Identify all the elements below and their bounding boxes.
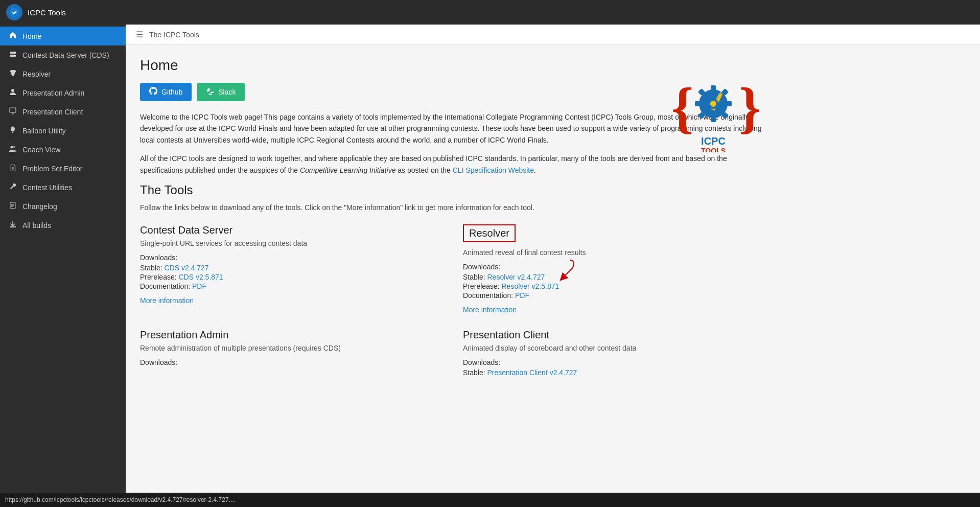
svg-point-3 [14, 52, 15, 53]
content-header-title: The ICPC Tools [149, 31, 199, 39]
intro2-mid: as posted on the [395, 166, 452, 174]
cds-doc-line: Documentation: PDF [140, 282, 442, 290]
content-area: ☰ The ICPC Tools { } [126, 25, 980, 493]
sidebar-item-balloon-utility[interactable]: Balloon Utility [0, 121, 126, 140]
presentation-client-title: Presentation Client [463, 329, 765, 341]
presentation-admin-description: Remote administration of multiple presen… [140, 344, 442, 352]
cds-stable-line: Stable: CDS v2.4.727 [140, 264, 442, 272]
presentation-client-description: Animated display of scoreboard and other… [463, 344, 765, 352]
resolver-stable-line: Stable: Resolver v2.4.727 [463, 273, 765, 281]
presentation-client-stable-link[interactable]: Presentation Client v2.4.727 [487, 368, 577, 377]
sidebar-label-problem-set-editor: Problem Set Editor [22, 165, 83, 173]
coach-view-icon [8, 145, 17, 154]
main-layout: Home Contest Data Server (CDS) Resolver … [0, 25, 980, 493]
svg-text:}: } [739, 77, 759, 139]
cds-prerelease-link[interactable]: CDS v2.5.871 [178, 273, 223, 281]
topbar: ICPC Tools [0, 0, 980, 25]
sidebar-label-presentation-client: Presentation Client [22, 108, 83, 116]
sidebar-label-all-builds: All builds [22, 221, 51, 229]
resolver-highlight-box: Resolver [463, 224, 516, 242]
intro2-post: . [534, 166, 536, 174]
arrow-annotation [534, 258, 575, 285]
cds-stable-link[interactable]: CDS v2.4.727 [164, 264, 208, 272]
svg-rect-30 [211, 91, 214, 93]
slack-label: Slack [218, 88, 236, 96]
presentation-client-downloads-label: Downloads: [463, 358, 765, 366]
resolver-doc-link[interactable]: PDF [515, 291, 529, 299]
tool-card-resolver: Resolver Animated reveal of final contes… [463, 224, 765, 314]
tool-card-cds: Contest Data Server Single-point URL ser… [140, 224, 442, 314]
github-button[interactable]: Github [140, 83, 192, 101]
resolver-downloads-label: Downloads: [463, 263, 765, 271]
presentation-admin-downloads-label: Downloads: [140, 358, 442, 366]
sidebar-item-contest-utilities[interactable]: Contest Utilities [0, 178, 126, 197]
cds-description: Single-point URL services for accessing … [140, 239, 442, 247]
changelog-icon [8, 202, 17, 211]
sidebar-item-coach-view[interactable]: Coach View [0, 140, 126, 159]
svg-point-9 [13, 146, 15, 148]
sidebar-label-changelog: Changelog [22, 202, 57, 211]
intro2-italic: Competitive Learning Initiative [300, 166, 396, 174]
svg-rect-17 [695, 101, 701, 106]
sidebar-item-presentation-client[interactable]: Presentation Client [0, 102, 126, 121]
svg-point-8 [11, 146, 13, 149]
app-title: ICPC Tools [28, 8, 66, 17]
sidebar-item-cds[interactable]: Contest Data Server (CDS) [0, 45, 126, 64]
svg-point-4 [14, 55, 15, 56]
tool-card-presentation-admin: Presentation Admin Remote administration… [140, 329, 442, 378]
svg-point-7 [11, 127, 15, 132]
sidebar-item-home[interactable]: Home [0, 27, 126, 45]
cli-spec-link[interactable]: CLI Specification Website [453, 166, 534, 174]
cds-doc-link[interactable]: PDF [192, 282, 206, 290]
home-icon [8, 32, 17, 40]
sidebar-item-problem-set-editor[interactable]: Problem Set Editor [0, 159, 126, 178]
cds-icon [8, 51, 17, 59]
sidebar-item-resolver[interactable]: Resolver [0, 64, 126, 83]
sidebar: Home Contest Data Server (CDS) Resolver … [0, 25, 126, 493]
svg-rect-29 [207, 89, 209, 92]
svg-text:{: { [671, 77, 693, 139]
sidebar-label-resolver: Resolver [22, 70, 51, 78]
sidebar-label-coach-view: Coach View [22, 146, 60, 154]
cds-title: Contest Data Server [140, 224, 442, 236]
sidebar-item-all-builds[interactable]: All builds [0, 216, 126, 235]
resolver-doc-line: Documentation: PDF [463, 291, 765, 299]
svg-rect-16 [711, 116, 716, 122]
icpc-logo: { } [667, 76, 759, 154]
presentation-admin-title: Presentation Admin [140, 329, 442, 341]
hamburger-icon[interactable]: ☰ [136, 30, 143, 39]
cds-more-info[interactable]: More information [140, 296, 194, 305]
slack-button[interactable]: Slack [197, 83, 245, 101]
content-body: { } [126, 45, 780, 405]
tool-card-presentation-client: Presentation Client Animated display of … [463, 329, 765, 378]
contest-utilities-icon [8, 183, 17, 192]
resolver-more-info[interactable]: More information [463, 306, 517, 314]
cds-prerelease-line: Prerelease: CDS v2.5.871 [140, 273, 442, 281]
resolver-prerelease-line: Prerelease: Resolver v2.5.871 [463, 282, 765, 290]
tools-grid: Contest Data Server Single-point URL ser… [140, 224, 765, 393]
sidebar-item-presentation-admin[interactable]: Presentation Admin [0, 83, 126, 102]
problem-set-editor-icon [8, 164, 17, 173]
all-builds-icon [8, 221, 17, 229]
svg-point-5 [11, 89, 14, 92]
balloon-utility-icon [8, 126, 17, 135]
resolver-title: Resolver [463, 224, 765, 245]
app-logo [6, 4, 22, 20]
svg-point-24 [710, 101, 716, 107]
sidebar-item-changelog[interactable]: Changelog [0, 197, 126, 216]
svg-rect-27 [208, 88, 210, 91]
content-header: ☰ The ICPC Tools [126, 25, 980, 45]
tools-section-title: The Tools [140, 183, 765, 197]
sidebar-label-cds: Contest Data Server (CDS) [22, 51, 109, 59]
svg-rect-18 [726, 101, 732, 106]
svg-rect-28 [209, 94, 212, 95]
statusbar: https://github.com/icpctools/icpctools/r… [0, 493, 980, 507]
sidebar-label-balloon-utility: Balloon Utility [22, 127, 66, 135]
sidebar-label-contest-utilities: Contest Utilities [22, 183, 72, 192]
github-label: Github [161, 88, 182, 96]
svg-rect-6 [10, 108, 16, 112]
presentation-admin-icon [8, 88, 17, 97]
resolver-description: Animated reveal of final contest results [463, 248, 765, 257]
sidebar-label-home: Home [22, 32, 41, 40]
page-title: Home [140, 57, 765, 74]
